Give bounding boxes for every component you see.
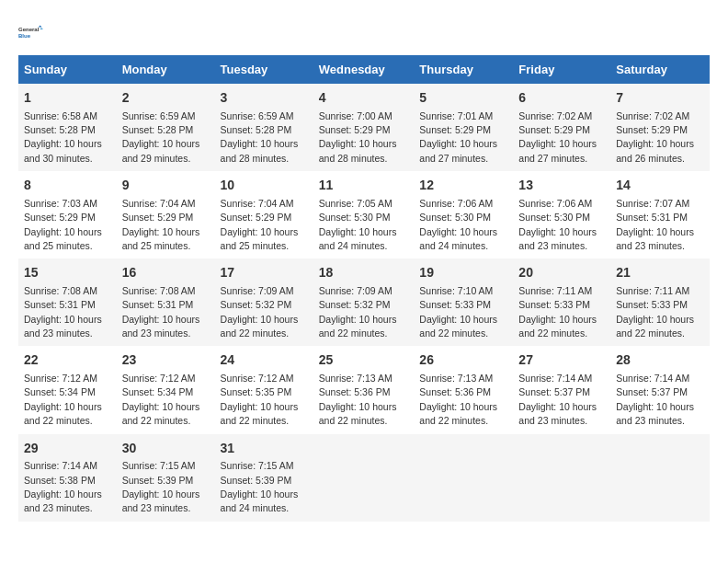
day-info: Sunrise: 7:06 AM Sunset: 5:30 PM Dayligh… [518, 198, 597, 251]
header-row: SundayMondayTuesdayWednesdayThursdayFrid… [18, 55, 710, 84]
day-cell: 13Sunrise: 7:06 AM Sunset: 5:30 PM Dayli… [513, 171, 610, 259]
day-info: Sunrise: 7:15 AM Sunset: 5:39 PM Dayligh… [122, 460, 200, 513]
day-cell: 18Sunrise: 7:09 AM Sunset: 5:32 PM Dayli… [313, 259, 415, 346]
day-cell: 10Sunrise: 7:04 AM Sunset: 5:29 PM Dayli… [215, 171, 313, 259]
day-number: 13 [518, 177, 605, 195]
day-cell: 28Sunrise: 7:14 AM Sunset: 5:37 PM Dayli… [610, 346, 710, 433]
day-cell: 6Sunrise: 7:02 AM Sunset: 5:29 PM Daylig… [513, 84, 610, 171]
header-sunday: Sunday [18, 55, 117, 84]
day-cell: 29Sunrise: 7:14 AM Sunset: 5:38 PM Dayli… [18, 434, 117, 522]
day-number: 28 [616, 351, 704, 370]
week-row-2: 8Sunrise: 7:03 AM Sunset: 5:29 PM Daylig… [18, 171, 710, 259]
day-cell: 15Sunrise: 7:08 AM Sunset: 5:31 PM Dayli… [18, 259, 117, 346]
day-info: Sunrise: 6:58 AM Sunset: 5:28 PM Dayligh… [24, 110, 102, 164]
day-cell: 30Sunrise: 7:15 AM Sunset: 5:39 PM Dayli… [117, 434, 215, 522]
day-number: 11 [319, 177, 409, 195]
day-info: Sunrise: 7:14 AM Sunset: 5:37 PM Dayligh… [518, 373, 597, 426]
day-number: 6 [518, 89, 605, 108]
day-cell: 4Sunrise: 7:00 AM Sunset: 5:29 PM Daylig… [313, 84, 415, 171]
day-number: 10 [221, 177, 308, 195]
day-cell: 1Sunrise: 6:58 AM Sunset: 5:28 PM Daylig… [18, 84, 117, 171]
day-info: Sunrise: 7:12 AM Sunset: 5:34 PM Dayligh… [122, 373, 200, 426]
day-number: 26 [419, 351, 507, 370]
day-number: 19 [419, 264, 507, 282]
day-info: Sunrise: 7:10 AM Sunset: 5:33 PM Dayligh… [419, 285, 497, 339]
logo-icon: GeneralBlue [18, 18, 46, 46]
day-number: 22 [24, 351, 111, 370]
header-wednesday: Wednesday [313, 55, 415, 84]
calendar-table: SundayMondayTuesdayWednesdayThursdayFrid… [18, 55, 710, 522]
day-cell [313, 434, 415, 522]
day-cell: 14Sunrise: 7:07 AM Sunset: 5:31 PM Dayli… [610, 171, 710, 259]
day-cell: 27Sunrise: 7:14 AM Sunset: 5:37 PM Dayli… [513, 346, 610, 433]
day-number: 25 [319, 351, 409, 370]
day-number: 3 [221, 89, 308, 108]
day-number: 8 [24, 177, 111, 195]
svg-text:Blue: Blue [18, 33, 31, 39]
day-info: Sunrise: 7:13 AM Sunset: 5:36 PM Dayligh… [419, 373, 497, 426]
day-cell: 12Sunrise: 7:06 AM Sunset: 5:30 PM Dayli… [414, 171, 513, 259]
day-info: Sunrise: 7:12 AM Sunset: 5:34 PM Dayligh… [24, 373, 102, 426]
logo: GeneralBlue [18, 18, 46, 46]
day-info: Sunrise: 7:00 AM Sunset: 5:29 PM Dayligh… [319, 110, 397, 164]
day-info: Sunrise: 7:04 AM Sunset: 5:29 PM Dayligh… [122, 198, 200, 251]
day-info: Sunrise: 6:59 AM Sunset: 5:28 PM Dayligh… [122, 110, 200, 164]
day-info: Sunrise: 7:01 AM Sunset: 5:29 PM Dayligh… [419, 110, 497, 164]
day-number: 7 [616, 89, 704, 108]
day-number: 27 [518, 351, 605, 370]
day-info: Sunrise: 7:09 AM Sunset: 5:32 PM Dayligh… [319, 285, 397, 339]
day-info: Sunrise: 7:11 AM Sunset: 5:33 PM Dayligh… [518, 285, 597, 339]
day-number: 24 [221, 351, 308, 370]
day-info: Sunrise: 6:59 AM Sunset: 5:28 PM Dayligh… [221, 110, 299, 164]
day-cell: 7Sunrise: 7:02 AM Sunset: 5:29 PM Daylig… [610, 84, 710, 171]
day-info: Sunrise: 7:05 AM Sunset: 5:30 PM Dayligh… [319, 198, 397, 251]
day-cell [414, 434, 513, 522]
week-row-5: 29Sunrise: 7:14 AM Sunset: 5:38 PM Dayli… [18, 434, 710, 522]
day-cell: 11Sunrise: 7:05 AM Sunset: 5:30 PM Dayli… [313, 171, 415, 259]
day-info: Sunrise: 7:12 AM Sunset: 5:35 PM Dayligh… [221, 373, 299, 426]
day-number: 18 [319, 264, 409, 282]
day-number: 30 [122, 440, 210, 458]
day-number: 29 [24, 440, 111, 458]
day-number: 12 [419, 177, 507, 195]
day-cell: 26Sunrise: 7:13 AM Sunset: 5:36 PM Dayli… [414, 346, 513, 433]
page-header: GeneralBlue [18, 18, 710, 46]
day-number: 15 [24, 264, 111, 282]
week-row-1: 1Sunrise: 6:58 AM Sunset: 5:28 PM Daylig… [18, 84, 710, 171]
calendar-body: 1Sunrise: 6:58 AM Sunset: 5:28 PM Daylig… [18, 84, 710, 522]
day-cell: 9Sunrise: 7:04 AM Sunset: 5:29 PM Daylig… [117, 171, 215, 259]
day-cell: 8Sunrise: 7:03 AM Sunset: 5:29 PM Daylig… [18, 171, 117, 259]
day-number: 20 [518, 264, 605, 282]
day-info: Sunrise: 7:14 AM Sunset: 5:37 PM Dayligh… [616, 373, 694, 426]
day-number: 14 [616, 177, 704, 195]
day-info: Sunrise: 7:14 AM Sunset: 5:38 PM Dayligh… [24, 460, 102, 513]
svg-marker-3 [40, 28, 43, 29]
day-cell: 25Sunrise: 7:13 AM Sunset: 5:36 PM Dayli… [313, 346, 415, 433]
day-cell: 2Sunrise: 6:59 AM Sunset: 5:28 PM Daylig… [117, 84, 215, 171]
day-number: 2 [122, 89, 210, 108]
day-cell: 22Sunrise: 7:12 AM Sunset: 5:34 PM Dayli… [18, 346, 117, 433]
day-info: Sunrise: 7:13 AM Sunset: 5:36 PM Dayligh… [319, 373, 397, 426]
day-cell: 16Sunrise: 7:08 AM Sunset: 5:31 PM Dayli… [117, 259, 215, 346]
day-info: Sunrise: 7:08 AM Sunset: 5:31 PM Dayligh… [122, 285, 200, 339]
day-info: Sunrise: 7:07 AM Sunset: 5:31 PM Dayligh… [616, 198, 694, 251]
day-number: 5 [419, 89, 507, 108]
day-info: Sunrise: 7:04 AM Sunset: 5:29 PM Dayligh… [221, 198, 299, 251]
week-row-3: 15Sunrise: 7:08 AM Sunset: 5:31 PM Dayli… [18, 259, 710, 346]
day-number: 1 [24, 89, 111, 108]
day-cell [610, 434, 710, 522]
day-number: 31 [221, 440, 308, 458]
header-thursday: Thursday [414, 55, 513, 84]
day-cell: 23Sunrise: 7:12 AM Sunset: 5:34 PM Dayli… [117, 346, 215, 433]
header-saturday: Saturday [610, 55, 710, 84]
day-cell: 19Sunrise: 7:10 AM Sunset: 5:33 PM Dayli… [414, 259, 513, 346]
day-cell: 21Sunrise: 7:11 AM Sunset: 5:33 PM Dayli… [610, 259, 710, 346]
week-row-4: 22Sunrise: 7:12 AM Sunset: 5:34 PM Dayli… [18, 346, 710, 433]
header-friday: Friday [513, 55, 610, 84]
day-cell: 3Sunrise: 6:59 AM Sunset: 5:28 PM Daylig… [215, 84, 313, 171]
day-info: Sunrise: 7:02 AM Sunset: 5:29 PM Dayligh… [616, 110, 694, 164]
day-info: Sunrise: 7:03 AM Sunset: 5:29 PM Dayligh… [24, 198, 102, 251]
day-cell: 24Sunrise: 7:12 AM Sunset: 5:35 PM Dayli… [215, 346, 313, 433]
day-info: Sunrise: 7:08 AM Sunset: 5:31 PM Dayligh… [24, 285, 102, 339]
svg-text:General: General [18, 27, 40, 32]
